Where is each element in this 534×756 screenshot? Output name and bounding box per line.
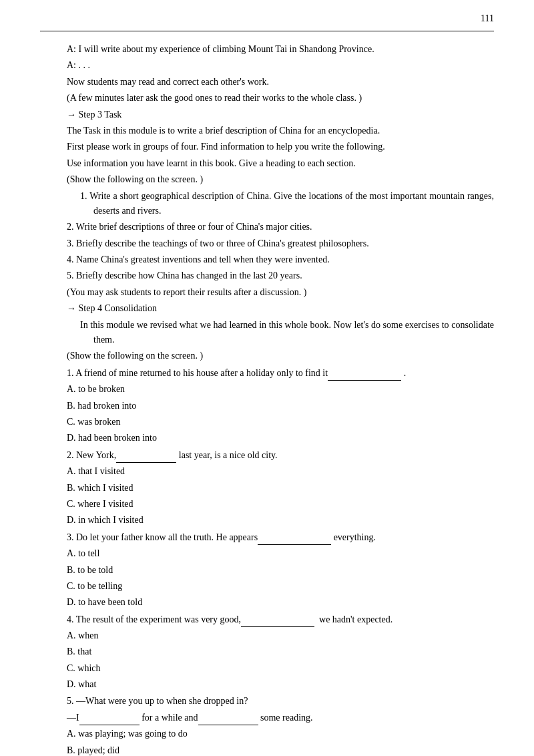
ex3-optA: A. to tell [67, 546, 494, 561]
ex4-question: 4. The result of the experiment was very… [67, 612, 494, 627]
ex2-optD: D. in which I visited [67, 513, 494, 528]
line-revised: In this module we revised what we had le… [80, 318, 494, 348]
top-divider [40, 31, 494, 31]
blank-5b [198, 710, 258, 725]
line-q3: 3. Briefly describe the teachings of two… [67, 236, 494, 251]
ex2-optC: C. where I visited [67, 497, 494, 512]
ex3-optC: C. to be telling [67, 579, 494, 594]
line-task3: Use information you have learnt in this … [67, 156, 494, 171]
ex4-optC: C. which [67, 661, 494, 676]
ex5-optA: A. was playing; was going to do [67, 727, 494, 741]
line-q1: 1. Write a short geographical descriptio… [80, 189, 494, 219]
ex4-optD: D. what [67, 677, 494, 692]
ex5-optB: B. played; did [67, 743, 494, 756]
ex3-question: 3. Do let your father know all the truth… [67, 530, 494, 545]
ex2-optB: B. which I visited [67, 481, 494, 496]
ex1-optD: D. had been broken into [67, 431, 494, 445]
line-ask: (You may ask students to report their re… [67, 285, 494, 300]
line-minutes: (A few minutes later ask the good ones t… [67, 91, 494, 106]
line-q4: 4. Name China's greatest inventions and … [67, 252, 494, 267]
content: A: I will write about my experience of c… [40, 42, 494, 756]
line-show2: (Show the following on the screen. ) [67, 349, 494, 363]
line-a2: A: . . . [67, 58, 494, 73]
line-show1: (Show the following on the screen. ) [67, 172, 494, 187]
line-students: Now students may read and correct each o… [67, 75, 494, 89]
ex4-optA: A. when [67, 628, 494, 643]
page-container: 111 A: I will write about my experience … [0, 0, 534, 756]
ex2-optA: A. that I visited [67, 464, 494, 479]
ex1-optA: A. to be broken [67, 382, 494, 397]
ex4-optB: B. that [67, 644, 494, 659]
ex3-optB: B. to be told [67, 563, 494, 578]
ex1-optC: C. was broken [67, 415, 494, 429]
ex1-question: 1. A friend of mine returned to his hous… [67, 365, 494, 381]
line-task1: The Task in this module is to write a br… [67, 124, 494, 138]
blank-4 [241, 612, 314, 627]
ex3-optD: D. to have been told [67, 595, 494, 610]
step3-heading: → Step 3 Task [67, 108, 494, 122]
ex2-question: 2. New York, last year, is a nice old ci… [67, 447, 494, 463]
page-number-top: 111 [40, 13, 494, 24]
ex5-response: —I for a while and some reading. [67, 710, 494, 725]
line-a1: A: I will write about my experience of c… [67, 42, 494, 57]
ex1-optB: B. had broken into [67, 399, 494, 413]
blank-2 [116, 447, 176, 463]
line-task2: First please work in groups of four. Fin… [67, 140, 494, 154]
ex5-question: 5. —What were you up to when she dropped… [67, 694, 494, 709]
line-q2: 2. Write brief descriptions of three or … [67, 220, 494, 234]
blank-3 [258, 530, 331, 545]
step4-heading: → Step 4 Consolidation [67, 301, 494, 316]
line-q5: 5. Briefly describe how China has change… [67, 268, 494, 283]
blank-5a [79, 710, 140, 725]
blank-1 [328, 365, 401, 381]
